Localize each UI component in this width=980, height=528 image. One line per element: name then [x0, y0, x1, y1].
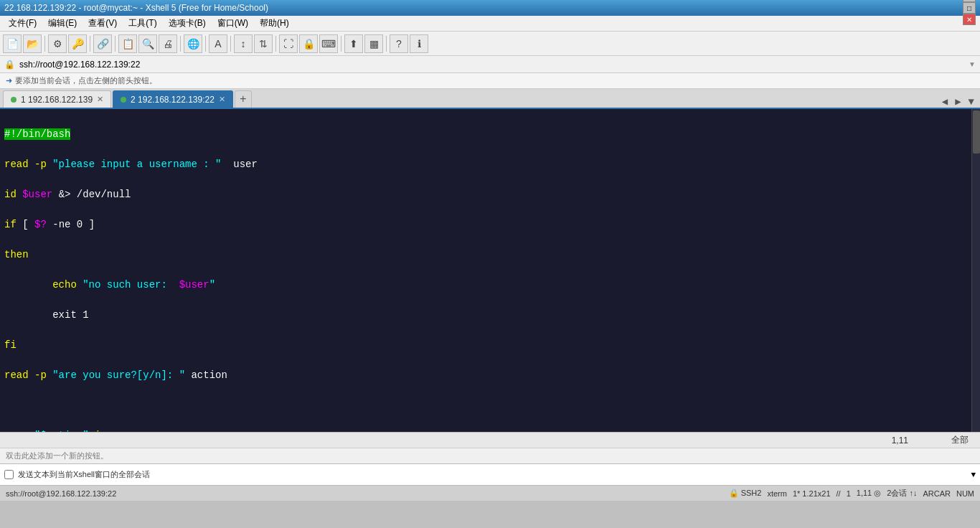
bottom-size: 1* 1.21x21	[793, 489, 831, 498]
scrollbar-thumb[interactable]	[973, 110, 980, 154]
input-dropdown[interactable]: ▼	[971, 471, 976, 479]
tb-layout[interactable]: ▦	[364, 34, 383, 53]
menu-window[interactable]: 窗口(W)	[212, 16, 254, 31]
tab-nav: ◀ ▶ ▼	[939, 95, 977, 108]
info-bar: ➜ 要添加当前会话，点击左侧的箭头按钮。	[0, 73, 980, 89]
line-7: exit 1	[4, 308, 976, 323]
menu-help[interactable]: 帮助(H)	[254, 16, 295, 31]
tb-info[interactable]: ℹ	[410, 34, 428, 53]
status-mode: 全部	[951, 434, 969, 446]
tb-connect[interactable]: 🔗	[93, 34, 112, 53]
tab-1-label: 1 192.168.122.139	[21, 95, 93, 105]
tb-sep2	[90, 36, 90, 52]
send-bar-text: 双击此处添加一个新的按钮。	[6, 451, 108, 461]
menu-edit[interactable]: 编辑(E)	[42, 16, 83, 31]
lock-icon: 🔒	[4, 60, 15, 70]
tb-help[interactable]: ?	[390, 34, 408, 53]
tab-1[interactable]: 1 192.168.122.139 ✕	[3, 90, 111, 108]
tb-sep7	[275, 36, 276, 52]
tab-add-button[interactable]: +	[235, 90, 252, 108]
tab-nav-next[interactable]: ▶	[952, 95, 963, 108]
line-4: if [ $? -ne 0 ]	[4, 217, 976, 232]
tb-new[interactable]: 📄	[3, 34, 22, 53]
send-bar: 双击此处添加一个新的按钮。	[0, 448, 980, 463]
tb-sep5	[205, 36, 206, 52]
menu-view[interactable]: 查看(V)	[83, 16, 123, 31]
line-10	[4, 398, 976, 413]
tb-print[interactable]: 🖨	[159, 34, 177, 53]
line-9: read -p "are you sure?[y/n]: " action	[4, 368, 976, 383]
title-bar: 22.168.122.139:22 - root@mycat:~ - Xshel…	[0, 0, 980, 16]
tab-nav-menu[interactable]: ▼	[966, 96, 977, 108]
line-2: read -p "please input a username : " use…	[4, 157, 976, 172]
close-button[interactable]: ✕	[963, 14, 976, 25]
bottom-pos: 1,11 ◎	[857, 489, 881, 498]
tab-2[interactable]: 2 192.168.122.139:22 ✕	[113, 90, 233, 108]
tb-sep3	[115, 36, 116, 52]
bottom-num: NUM	[956, 489, 974, 498]
tb-ftp[interactable]: ↕	[234, 34, 253, 53]
bottom-xterm: xterm	[767, 489, 787, 498]
menu-bar: 文件(F) 编辑(E) 查看(V) 工具(T) 选项卡(B) 窗口(W) 帮助(…	[0, 16, 980, 32]
tab-1-close[interactable]: ✕	[97, 95, 103, 104]
tb-open[interactable]: 📂	[23, 34, 42, 53]
menu-file[interactable]: 文件(F)	[3, 16, 42, 31]
terminal-content: #!/bin/bash read -p "please input a user…	[4, 112, 976, 432]
bottom-num1: 1	[847, 489, 851, 498]
terminal[interactable]: #!/bin/bash read -p "please input a user…	[0, 109, 980, 432]
info-arrow-icon: ➜	[6, 76, 12, 85]
send-to-all-checkbox[interactable]	[4, 470, 14, 479]
tb-globe[interactable]: 🌐	[184, 34, 202, 53]
tab-2-close[interactable]: ✕	[219, 95, 225, 104]
bottom-ssh2: 🔒 SSH2	[729, 489, 762, 498]
title-controls: ─ □ ✕	[963, 0, 976, 25]
line-6: echo "no such user: $user"	[4, 278, 976, 293]
tb-sep9	[386, 36, 387, 52]
tb-sep1	[44, 36, 45, 52]
menu-tabs[interactable]: 选项卡(B)	[163, 16, 212, 31]
tb-sftp[interactable]: ⇅	[254, 34, 273, 53]
tb-key[interactable]: 🔑	[68, 34, 87, 53]
status-bar: 1,11 全部	[0, 432, 980, 448]
info-text: 要添加当前会话，点击左侧的箭头按钮。	[15, 75, 157, 86]
bottom-status-address: ssh://root@192.168.122.139:22	[6, 489, 116, 498]
title-text: 22.168.122.139:22 - root@mycat:~ - Xshel…	[4, 3, 268, 13]
bottom-sep1: //	[837, 489, 841, 498]
tb-sep6	[230, 36, 231, 52]
tb-settings[interactable]: ⚙	[48, 34, 67, 53]
line-8: fi	[4, 338, 976, 353]
tb-copy[interactable]: 📋	[118, 34, 137, 53]
tb-search[interactable]: 🔍	[138, 34, 157, 53]
address-dropdown[interactable]: ▼	[969, 60, 976, 68]
send-to-all-label: 发送文本到当前Xshell窗口的全部会话	[18, 469, 150, 480]
cursor-position: 1,11	[892, 435, 908, 446]
bottom-status: ssh://root@192.168.122.139:22 🔒 SSH2 xte…	[0, 485, 980, 501]
tb-fullscreen[interactable]: ⛶	[279, 34, 298, 53]
address-text: ssh://root@192.168.122.139:22	[19, 60, 964, 70]
toolbar: 📄 📂 ⚙ 🔑 🔗 📋 🔍 🖨 🌐 A ↕ ⇅ ⛶ 🔒 ⌨ ⬆ ▦ ? ℹ	[0, 32, 980, 56]
tab-bar: 1 192.168.122.139 ✕ 2 192.168.122.139:22…	[0, 89, 980, 109]
line-1: #!/bin/bash	[4, 127, 976, 142]
tab-2-label: 2 192.168.122.139:22	[131, 95, 215, 105]
line-3: id $user &> /dev/null	[4, 187, 976, 202]
tb-keyboard[interactable]: ⌨	[319, 34, 338, 53]
menu-tools[interactable]: 工具(T)	[123, 16, 162, 31]
bottom-status-right: 🔒 SSH2 xterm 1* 1.21x21 // 1 1,11 ◎ 2会话 …	[729, 488, 974, 499]
tb-lock[interactable]: 🔒	[299, 34, 318, 53]
tab-2-dot	[121, 97, 126, 103]
tb-sep8	[341, 36, 341, 52]
tab-1-dot	[11, 97, 17, 103]
terminal-scrollbar[interactable]	[971, 109, 980, 432]
line-5: then	[4, 248, 976, 263]
maximize-button[interactable]: □	[963, 2, 976, 14]
address-bar: 🔒 ssh://root@192.168.122.139:22 ▼	[0, 56, 980, 73]
tb-sep4	[180, 36, 181, 52]
tb-font[interactable]: A	[209, 34, 227, 53]
bottom-sessions: 2会话 ↑↓	[887, 488, 917, 499]
line-11: case "$action" in	[4, 428, 976, 432]
input-bar: 发送文本到当前Xshell窗口的全部会话 ▼	[0, 463, 980, 485]
bottom-arcar: ARCAR	[923, 489, 951, 498]
tb-scroll-up[interactable]: ⬆	[344, 34, 363, 53]
tab-nav-prev[interactable]: ◀	[939, 95, 951, 108]
